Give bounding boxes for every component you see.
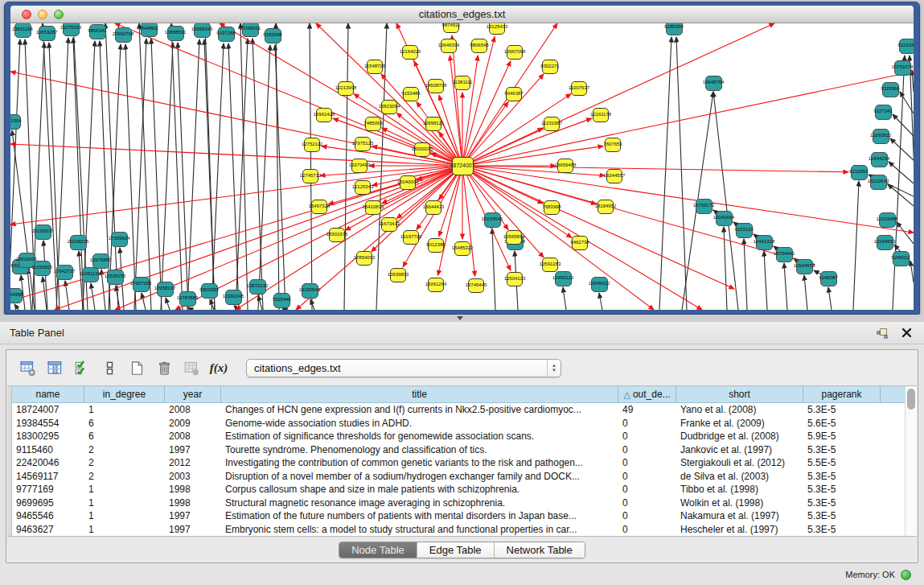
split-divider[interactable] (0, 315, 924, 322)
graph-node[interactable]: 9223341 (899, 39, 914, 54)
graph-node[interactable]: 11451134 (82, 267, 99, 282)
column-header-short[interactable]: short (676, 386, 803, 402)
graph-node[interactable]: 9153120 (736, 223, 753, 238)
graph-node[interactable]: 10197700 (403, 230, 419, 245)
graph-node[interactable]: 11231987 (544, 117, 560, 131)
tab-network-table[interactable]: Network Table (494, 542, 585, 558)
graph-node[interactable]: 12450122 (555, 271, 572, 286)
graph-node[interactable]: 16961428 (316, 108, 332, 122)
graph-node[interactable]: 12093822 (873, 129, 889, 144)
graph-node[interactable]: 9462738 (572, 236, 588, 250)
table-cell[interactable]: 5.5E-5 (803, 456, 881, 470)
table-cell[interactable]: 5.9E-5 (803, 430, 881, 443)
graph-node[interactable]: 9054958 (10, 288, 23, 303)
table-cell[interactable]: 9465546 (12, 509, 84, 523)
vertical-scrollbar[interactable] (905, 386, 917, 536)
scrollbar-thumb[interactable] (907, 389, 915, 410)
table-cell[interactable]: 1 (84, 483, 165, 496)
delete-column-button[interactable] (153, 356, 175, 379)
graph-node[interactable]: 10591283 (542, 257, 558, 272)
graph-node[interactable]: 7607653 (605, 138, 621, 152)
table-cell[interactable]: 1 (84, 403, 165, 417)
table-cell[interactable]: 5.3E-5 (803, 483, 881, 496)
graph-node[interactable]: 15467328 (311, 200, 327, 214)
table-cell[interactable]: Stergiakouli et al. (2012) (676, 456, 803, 470)
graph-node[interactable]: 10391045 (225, 290, 242, 305)
table-cell[interactable]: 2 (84, 443, 165, 457)
graph-node[interactable]: 19373493 (351, 159, 368, 173)
graph-hub-node[interactable]: 18724007 (452, 157, 474, 175)
graph-node[interactable]: 11548708 (367, 60, 383, 74)
table-select-dropdown[interactable]: citations_edges.txt ▲▼ (246, 359, 561, 377)
graph-node[interactable]: 8302271 (542, 60, 558, 74)
graph-node[interactable]: 17359924 (111, 232, 128, 247)
graph-node[interactable]: 15040003 (400, 175, 416, 190)
graph-node[interactable]: 16648784 (705, 76, 722, 91)
graph-node[interactable]: 17942737 (56, 265, 73, 280)
graph-node[interactable]: 15154545 (484, 212, 501, 228)
graph-node[interactable]: 10041664 (716, 211, 733, 226)
graph-node[interactable]: 8215953 (851, 165, 868, 180)
column-display-button[interactable] (43, 356, 66, 379)
graph-node[interactable]: 16344557 (606, 169, 622, 183)
table-cell[interactable]: Franke et al. (2009) (676, 417, 803, 431)
graph-node[interactable]: 10653287 (39, 26, 55, 41)
graph-node[interactable]: 9227343 (875, 105, 892, 120)
graph-node[interactable]: 20206535 (70, 235, 87, 250)
graph-node[interactable]: 12504103 (507, 272, 523, 286)
table-cell[interactable]: Investigating the contribution of common… (221, 456, 618, 470)
table-row[interactable]: 1872400712008Changes of HCN gene express… (12, 403, 905, 417)
graph-node[interactable]: 16787889 (179, 291, 196, 307)
table-cell[interactable]: 22420046 (12, 456, 84, 470)
table-cell[interactable]: 5.3E-5 (803, 443, 881, 457)
table-cell[interactable]: 2012 (165, 456, 221, 470)
table-cell[interactable]: Corpus callosum shape and size in male p… (221, 483, 618, 496)
graph-node[interactable]: 16061264 (428, 278, 444, 292)
table-row[interactable]: 911546021997Tourette syndrome. Phenomeno… (12, 443, 905, 457)
table-cell[interactable]: 19384554 (12, 417, 84, 431)
graph-node[interactable]: 9806341 (89, 24, 106, 39)
graph-node[interactable]: 12164026 (402, 45, 418, 60)
graph-node[interactable]: 12125343 (355, 180, 371, 195)
graph-node[interactable]: 12752112 (304, 138, 320, 152)
graph-node[interactable]: 16150543 (302, 283, 318, 299)
graph-node[interactable]: 7683998 (544, 200, 560, 215)
table-cell[interactable]: 0 (618, 430, 676, 443)
new-column-button[interactable] (125, 356, 148, 379)
table-row[interactable]: 946362711997Embryonic stem cells: a mode… (12, 523, 905, 537)
graph-node[interactable]: 15276003 (63, 23, 80, 36)
graph-node[interactable]: 16210643 (870, 175, 887, 190)
table-cell[interactable]: Genome-wide association studies in ADHD. (221, 417, 618, 431)
float-window-icon[interactable] (874, 326, 890, 340)
table-cell[interactable]: 1 (84, 509, 165, 523)
table-cell[interactable]: 6 (84, 430, 165, 443)
table-cell[interactable]: Structural magnetic resonance image aver… (221, 496, 618, 510)
table-cell[interactable]: 5.3E-5 (803, 496, 881, 510)
graph-node[interactable]: 16644433 (425, 200, 441, 215)
graph-node[interactable]: 10945422 (591, 277, 608, 292)
table-cell[interactable]: Dudbridge et al. (2008) (676, 430, 803, 443)
graph-node[interactable]: 11381111 (454, 76, 470, 90)
graph-node[interactable]: 18754441 (776, 247, 793, 262)
graph-node[interactable]: 18301975 (329, 228, 345, 242)
close-panel-icon[interactable] (898, 326, 914, 340)
network-canvas[interactable]: 2391119410653287152760039806341209627688… (10, 23, 914, 310)
table-cell[interactable]: 9463627 (12, 523, 84, 537)
table-cell[interactable]: 2008 (165, 403, 221, 417)
collapse-arrow-icon[interactable] (457, 316, 463, 320)
table-cell[interactable]: 0 (618, 456, 676, 470)
table-cell[interactable]: 2008 (165, 430, 221, 443)
graph-node[interactable]: 15751074 (894, 60, 911, 76)
table-row[interactable]: 1456911722003Disruption of a novel membe… (12, 470, 905, 484)
table-cell[interactable]: 2003 (165, 470, 221, 484)
table-cell[interactable]: 1 (84, 496, 165, 510)
table-cell[interactable]: 0 (618, 509, 676, 523)
graph-node[interactable]: 11156823 (34, 261, 51, 276)
graph-node[interactable]: 16799172 (696, 199, 713, 214)
table-cell[interactable]: Tibbo et al. (1998) (676, 483, 803, 496)
table-cell[interactable]: Hescheler et al. (1997) (676, 523, 803, 537)
table-cell[interactable]: 2 (84, 456, 165, 470)
table-cell[interactable]: 1998 (165, 483, 221, 496)
table-cell[interactable]: Changes of HCN gene expression and I(f) … (221, 403, 618, 417)
graph-node[interactable]: 12213998 (338, 81, 354, 96)
